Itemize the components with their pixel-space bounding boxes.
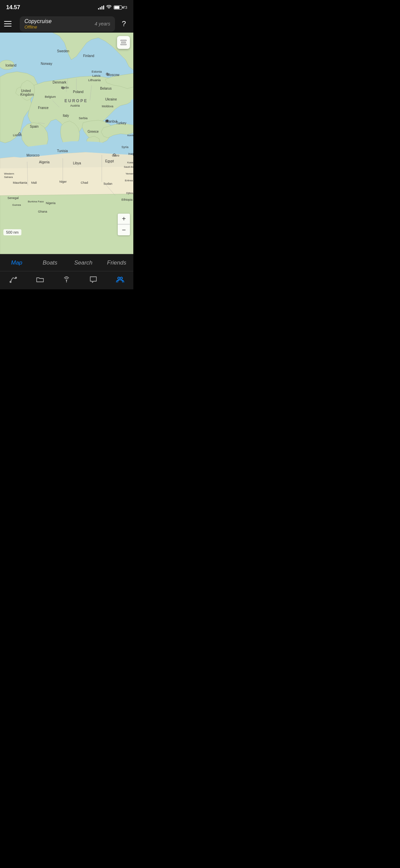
trip-status: Offline: [24, 24, 52, 30]
map-svg: Iceland Sweden Finland Norway Estonia La…: [0, 33, 133, 254]
tab-friends[interactable]: Friends: [100, 254, 133, 271]
broadcast-icon: [62, 275, 71, 284]
svg-text:Finland: Finland: [83, 54, 94, 58]
map-view[interactable]: Iceland Sweden Finland Norway Estonia La…: [0, 33, 133, 254]
svg-text:Serbia: Serbia: [79, 116, 88, 120]
tab-map[interactable]: Map: [0, 254, 33, 271]
svg-text:France: France: [38, 106, 49, 110]
svg-text:Eritrea: Eritrea: [125, 179, 133, 182]
svg-text:Guinea: Guinea: [12, 203, 21, 206]
svg-text:Kuwait: Kuwait: [127, 161, 133, 164]
tab-map-label: Map: [11, 259, 22, 266]
wifi-icon: [106, 5, 112, 10]
svg-text:Denmark: Denmark: [53, 80, 67, 84]
svg-text:Sahara: Sahara: [4, 176, 13, 179]
svg-text:Western: Western: [4, 172, 14, 175]
messages-icon: [89, 275, 98, 284]
menu-icon: [4, 21, 12, 22]
svg-point-75: [120, 277, 122, 279]
svg-text:EUROPE: EUROPE: [64, 98, 88, 103]
svg-text:Saudi Arab.: Saudi Arab.: [124, 166, 133, 168]
svg-text:Belgium: Belgium: [45, 95, 56, 98]
svg-text:Moldova: Moldova: [102, 105, 113, 108]
trip-name: Copycruise: [24, 18, 52, 24]
route-icon: [9, 275, 18, 284]
people-icon: [116, 275, 125, 284]
map-layers-button[interactable]: [117, 36, 130, 49]
svg-text:Yemen: Yemen: [126, 172, 133, 175]
svg-text:Kingdom: Kingdom: [20, 93, 34, 96]
tab-boats-label: Boats: [43, 259, 57, 266]
status-time: 14.57: [6, 4, 20, 11]
layers-icon: [120, 40, 127, 45]
status-icons: 73: [98, 5, 127, 10]
svg-text:Italy: Italy: [63, 114, 69, 117]
menu-icon: [4, 26, 12, 26]
svg-text:Syria: Syria: [121, 145, 129, 149]
signal-bars-icon: [98, 5, 104, 10]
nav-bar: Copycruise Offline 4 years ?: [0, 15, 133, 33]
svg-text:Cairo: Cairo: [112, 154, 119, 157]
svg-text:Iceland: Iceland: [5, 64, 16, 67]
trip-selector[interactable]: Copycruise Offline 4 years: [20, 16, 115, 32]
svg-point-74: [118, 277, 120, 279]
svg-text:Sweden: Sweden: [57, 49, 69, 53]
help-button[interactable]: ?: [118, 18, 129, 29]
route-button[interactable]: [6, 272, 21, 287]
svg-text:Burkina Faso: Burkina Faso: [28, 200, 44, 203]
scale-indicator: 500 nm: [3, 229, 21, 235]
svg-text:Libya: Libya: [73, 161, 81, 165]
messages-button[interactable]: [86, 272, 101, 287]
svg-text:Ghana: Ghana: [38, 210, 47, 213]
svg-text:Austria: Austria: [70, 104, 80, 107]
folder-button[interactable]: [33, 272, 47, 287]
svg-text:Niger: Niger: [59, 180, 67, 183]
tab-search[interactable]: Search: [67, 254, 100, 271]
status-bar: 14.57 73: [0, 0, 133, 15]
menu-icon: [4, 23, 12, 24]
trip-age: 4 years: [95, 21, 110, 26]
bottom-toolbar: [0, 271, 133, 289]
svg-text:Azerba.: Azerba.: [127, 134, 133, 137]
svg-text:Estonia: Estonia: [92, 70, 102, 73]
svg-text:Turkey: Turkey: [116, 121, 126, 125]
svg-text:Senegal: Senegal: [7, 196, 19, 200]
svg-text:Ukraine: Ukraine: [105, 97, 117, 101]
tab-boats[interactable]: Boats: [33, 254, 66, 271]
battery-indicator: 73: [114, 5, 127, 10]
menu-button[interactable]: [4, 18, 16, 30]
svg-text:Lithuania: Lithuania: [88, 78, 101, 82]
help-icon: ?: [122, 19, 126, 28]
zoom-out-button[interactable]: −: [118, 224, 130, 235]
svg-text:Norway: Norway: [41, 62, 52, 66]
battery-percentage: 73: [123, 5, 127, 10]
svg-text:Mauritania: Mauritania: [13, 181, 27, 184]
svg-text:Tunisia: Tunisia: [57, 149, 68, 153]
svg-text:Belarus: Belarus: [100, 87, 112, 90]
svg-text:Ethiopia: Ethiopia: [121, 198, 133, 201]
svg-text:Poland: Poland: [73, 90, 83, 94]
svg-text:Latvia: Latvia: [92, 74, 100, 77]
svg-text:Djibouti: Djibouti: [126, 192, 133, 195]
svg-text:Chad: Chad: [81, 181, 88, 184]
trip-info: Copycruise Offline: [24, 18, 52, 30]
svg-text:Algeria: Algeria: [39, 160, 50, 164]
svg-text:Nigeria: Nigeria: [46, 201, 56, 205]
people-button[interactable]: [113, 272, 128, 287]
svg-text:Mali: Mali: [31, 181, 37, 184]
zoom-controls: + −: [118, 214, 130, 235]
folder-icon: [36, 275, 44, 284]
svg-text:Spain: Spain: [30, 125, 39, 128]
svg-text:Moscow: Moscow: [107, 73, 119, 77]
svg-text:United: United: [21, 89, 31, 93]
svg-text:Egypt: Egypt: [105, 159, 114, 163]
tab-friends-label: Friends: [107, 259, 127, 266]
svg-point-67: [106, 120, 109, 122]
svg-text:Morocco: Morocco: [26, 153, 40, 157]
svg-text:Iraq: Iraq: [128, 152, 133, 156]
svg-text:Greece: Greece: [88, 130, 99, 133]
zoom-in-button[interactable]: +: [118, 214, 130, 224]
tab-search-label: Search: [74, 259, 93, 266]
tab-bar: Map Boats Search Friends: [0, 254, 133, 271]
broadcast-button[interactable]: [59, 272, 74, 287]
